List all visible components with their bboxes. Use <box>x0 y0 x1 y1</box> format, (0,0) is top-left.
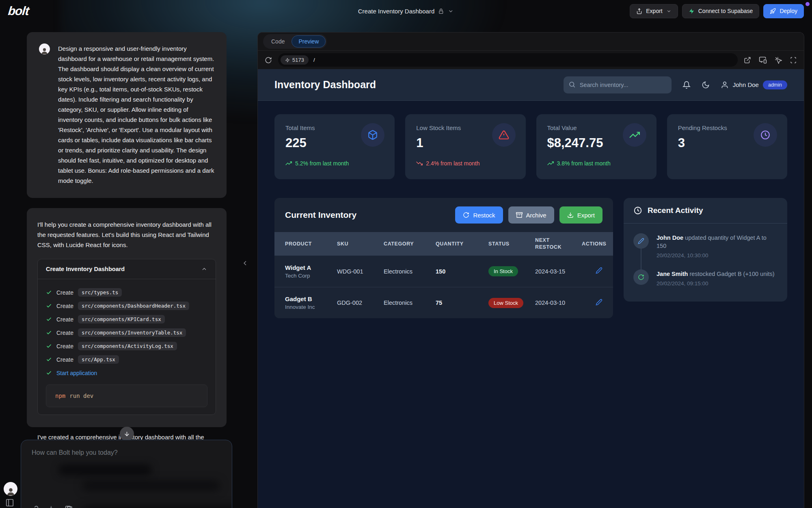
export-button[interactable]: Export <box>630 4 678 18</box>
step-action: Create <box>56 330 73 336</box>
export-label: Export <box>646 8 662 14</box>
start-application-link[interactable]: Start application <box>56 370 97 376</box>
dashboard-title: Inventory Dashboard <box>274 79 376 91</box>
sparkles-icon[interactable] <box>48 506 56 508</box>
artifact-step: Create src/components/ActivityLog.tsx <box>46 339 207 353</box>
bolt-workspace: bolt Create Inventory Dashboard Export <box>0 0 812 508</box>
terminal-block: npmrun dev <box>46 384 207 407</box>
assistant-intro-text: I'll help you create a comprehensive inv… <box>37 219 216 250</box>
product-name: Widget A <box>285 264 337 271</box>
open-external-icon[interactable] <box>744 56 751 64</box>
bolt-logo[interactable]: bolt <box>7 4 30 18</box>
devices-icon[interactable] <box>759 56 767 64</box>
dark-mode-toggle-moon-icon[interactable] <box>702 81 710 89</box>
chevron-up-icon[interactable] <box>201 266 207 272</box>
step-file[interactable]: src/components/DashboardHeader.tsx <box>78 302 189 310</box>
sidebar-toggle-icon[interactable] <box>5 498 14 507</box>
package-icon <box>367 130 378 140</box>
step-file[interactable]: src/App.tsx <box>78 355 119 364</box>
list-item: Jane Smith restocked Gadget B (+100 unit… <box>633 270 777 289</box>
supabase-bolt-icon <box>689 8 695 14</box>
kpi-row: Total Items 225 5.2% from last month Low… <box>258 101 804 179</box>
port-badge[interactable]: 5173 <box>281 55 309 65</box>
deploy-button[interactable]: Deploy <box>763 4 804 18</box>
table-row[interactable]: Gadget B Innovate Inc GDG-002 Electronic… <box>274 287 613 318</box>
table-row[interactable]: Widget A Tech Corp WDG-001 Electronics 1… <box>274 256 613 287</box>
assistant-message: I'll help you create a comprehensive inv… <box>27 208 227 427</box>
reload-icon[interactable] <box>265 56 272 64</box>
export-inventory-button[interactable]: Export <box>559 206 603 224</box>
export-inventory-label: Export <box>577 212 595 219</box>
recent-activity-panel: Recent Activity John Doe updated quantit… <box>624 198 787 302</box>
cell-quantity[interactable]: 75 <box>436 300 488 306</box>
activity-user: Jane Smith <box>657 271 688 277</box>
preview-url-bar: 5173 / <box>258 50 804 69</box>
step-file[interactable]: src/components/InventoryTable.tsx <box>78 328 186 337</box>
check-icon <box>46 289 52 295</box>
step-file[interactable]: src/components/KPICard.tsx <box>78 315 165 323</box>
list-item: John Doe updated quantity of Widget A to… <box>633 234 777 258</box>
inventory-search[interactable] <box>564 76 672 93</box>
inspect-cursor-icon[interactable] <box>775 56 782 64</box>
kpi-total-items: Total Items 225 5.2% from last month <box>274 114 395 179</box>
bulk-actions: Restock Archive Export <box>455 206 603 224</box>
cell-sku: WDG-001 <box>337 268 384 275</box>
activity-icon-circle <box>633 233 649 249</box>
kpi-delta: 2.4% from last month <box>416 160 514 167</box>
col-quantity: Quantity <box>436 241 488 247</box>
editor-tabs: Code Preview <box>258 33 804 50</box>
step-action: Create <box>56 343 73 350</box>
terminal-command: npm <box>55 393 65 399</box>
activity-action: restocked Gadget B (+100 units) <box>689 271 774 277</box>
kpi-pending-restocks: Pending Restocks 3 <box>667 114 787 179</box>
rocket-icon <box>770 8 776 14</box>
restock-button[interactable]: Restock <box>455 206 503 224</box>
status-badge: Low Stock <box>488 298 523 308</box>
refresh-icon <box>463 212 469 218</box>
activity-header: Recent Activity <box>624 198 787 224</box>
chat-input-box[interactable] <box>21 440 232 508</box>
activity-title: Recent Activity <box>648 206 703 215</box>
kpi-icon-circle <box>361 123 384 147</box>
edit-pencil-icon[interactable] <box>596 267 603 274</box>
terminal-args: run dev <box>69 393 93 399</box>
check-icon <box>46 316 52 322</box>
check-icon <box>46 356 52 363</box>
artifact-title: Create Inventory Dashboard <box>46 266 125 272</box>
tab-code[interactable]: Code <box>264 35 292 48</box>
role-badge: admin <box>763 80 787 89</box>
account-avatar[interactable] <box>4 482 17 496</box>
cell-next-restock: 2024-03-15 <box>535 268 582 275</box>
project-title-menu[interactable]: Create Inventory Dashboard <box>358 8 454 15</box>
fullscreen-icon[interactable] <box>790 56 797 64</box>
topbar: bolt Create Inventory Dashboard Export <box>0 0 812 22</box>
archive-button[interactable]: Archive <box>508 206 554 224</box>
chat-bubbles-icon[interactable] <box>65 505 73 508</box>
clock-icon <box>633 206 642 215</box>
kpi-delta: 5.2% from last month <box>285 160 384 167</box>
kpi-icon-circle <box>492 123 516 147</box>
tab-preview[interactable]: Preview <box>292 35 326 48</box>
url-input[interactable]: 5173 / <box>278 53 738 67</box>
inventory-title: Current Inventory <box>285 210 356 220</box>
step-file[interactable]: src/components/ActivityLog.tsx <box>78 342 177 350</box>
step-file[interactable]: src/types.ts <box>78 288 122 297</box>
check-icon <box>46 343 52 349</box>
connect-supabase-button[interactable]: Connect to Supabase <box>682 4 760 18</box>
search-input[interactable] <box>564 76 672 93</box>
collapse-chat-chevron[interactable] <box>241 259 249 267</box>
project-title: Create Inventory Dashboard <box>358 8 434 15</box>
scroll-to-bottom-button[interactable] <box>120 427 134 441</box>
edit-pencil-icon[interactable] <box>596 299 603 306</box>
product-supplier: Innovate Inc <box>285 304 337 310</box>
dashboard-content: Current Inventory Restock Archive <box>258 179 804 318</box>
artifact-header[interactable]: Create Inventory Dashboard <box>38 259 216 279</box>
col-next-restock: Next Restock <box>535 237 564 251</box>
cell-quantity[interactable]: 150 <box>436 268 488 275</box>
product-name: Gadget B <box>285 295 337 302</box>
user-menu[interactable]: John Doe admin <box>721 80 787 89</box>
kpi-delta-text: 3.8% from last month <box>557 160 611 167</box>
link-icon[interactable] <box>31 506 39 508</box>
bell-icon[interactable] <box>682 81 691 89</box>
artifact-step: Create src/components/InventoryTable.tsx <box>46 326 207 339</box>
